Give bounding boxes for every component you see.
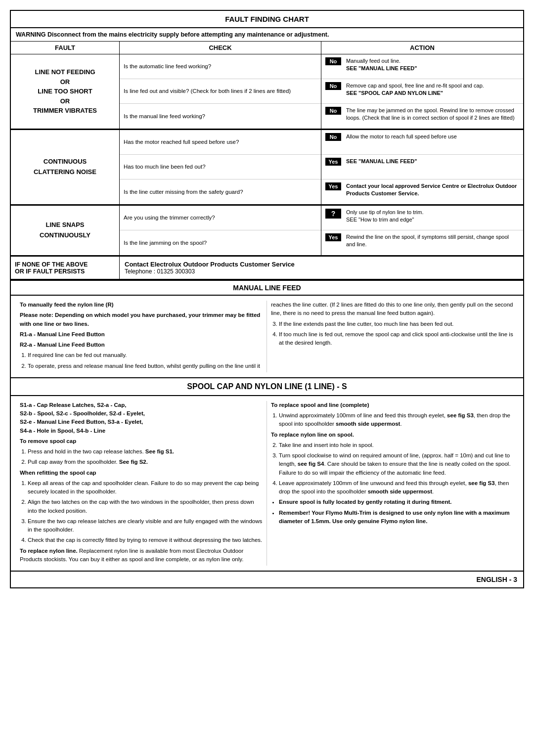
- main-container: FAULT FINDING CHART WARNING Disconnect f…: [10, 10, 524, 588]
- manual-steps-left: If required line can be fed out manually…: [28, 351, 263, 370]
- manual-feed-content: To manually feed the nylon line (R) Plea…: [11, 296, 523, 378]
- list-item: Pull cap away from the spoolholder. See …: [28, 458, 263, 466]
- fault-actions-3: ? Only use tip of nylon line to trim.SEE…: [321, 206, 523, 255]
- fault-checks-3: Are you using the trimmer correctly? Is …: [120, 206, 321, 255]
- manual-col-left: To manually feed the nylon line (R) Plea…: [16, 301, 267, 372]
- fault-label-3: LINE SNAPSCONTINUOUSLY: [11, 206, 120, 255]
- warning-text: WARNING Disconnect from the mains electr…: [11, 28, 523, 42]
- table-header: FAULT CHECK ACTION: [11, 42, 523, 54]
- fault-row-3: LINE SNAPSCONTINUOUSLY Are you using the…: [11, 205, 523, 256]
- list-item: Turn spool clockwise to wind on required…: [279, 451, 514, 477]
- bullet-list: Ensure spool is fully located by gently …: [279, 498, 514, 526]
- action-header: ACTION: [321, 42, 523, 54]
- check-item: Is the automatic line feed working?: [120, 54, 321, 79]
- check-item: Are you using the trimmer correctly?: [120, 206, 321, 230]
- check-item: Has too much line been fed out?: [120, 155, 321, 179]
- check-item: Is the line cutter missing from the safe…: [120, 179, 321, 204]
- list-item: Keep all areas of the cap and spoolholde…: [28, 479, 263, 496]
- check-item: Is the manual line feed working?: [120, 104, 321, 129]
- action-item: No Manually feed out line.SEE "MANUAL LI…: [321, 54, 523, 79]
- spool-content: S1-a - Cap Release Latches, S2-a - Cap, …: [11, 396, 523, 571]
- list-item: Check that the cap is correctly fitted b…: [28, 536, 263, 544]
- list-item: Remember! Your Flymo Multi-Trim is desig…: [279, 509, 514, 526]
- action-item: No Remove cap and spool, free line and r…: [321, 79, 523, 104]
- spool-title: SPOOL CAP AND NYLON LINE (1 LINE) - S: [11, 378, 523, 396]
- action-item: No Allow the motor to reach full speed b…: [321, 130, 523, 155]
- list-item: If the line extends past the line cutter…: [279, 320, 514, 328]
- manual-steps-right: If the line extends past the line cutter…: [279, 320, 514, 348]
- badge-no: No: [325, 107, 341, 115]
- action-item: Yes Contact your local approved Service …: [321, 179, 523, 204]
- badge-no: No: [325, 133, 341, 141]
- refit-steps: Keep all areas of the cap and spoolholde…: [28, 479, 263, 545]
- manual-col-right: reaches the line cutter. (If 2 lines are…: [267, 301, 518, 372]
- badge-no: No: [325, 82, 341, 90]
- check-item: Has the motor reached full speed before …: [120, 130, 321, 155]
- badge-yes: Yes: [325, 158, 341, 166]
- list-item: Ensure the two cap release latches are c…: [28, 517, 263, 534]
- fault-header: FAULT: [11, 42, 120, 54]
- action-item: ? Only use tip of nylon line to trim.SEE…: [321, 206, 523, 230]
- check-item: Is the line jamming on the spool?: [120, 230, 321, 255]
- badge-yes: Yes: [325, 233, 341, 241]
- if-none-label: IF NONE OF THE ABOVEOR IF FAULT PERSISTS: [11, 257, 120, 279]
- list-item: Take line and insert into hole in spool.: [279, 441, 514, 449]
- replace-nylon-steps: Take line and insert into hole in spool.…: [279, 441, 514, 496]
- fault-label-2: CONTINUOUSCLATTERING NOISE: [11, 130, 120, 204]
- list-item: If required line can be fed out manually…: [28, 351, 263, 359]
- badge-no: No: [325, 57, 341, 65]
- action-item: Yes Rewind the line on the spool, if sym…: [321, 230, 523, 255]
- fault-checks-1: Is the automatic line feed working? Is l…: [120, 54, 321, 129]
- list-item: Ensure spool is fully located by gently …: [279, 498, 514, 506]
- list-item: Align the two latches on the cap with th…: [28, 498, 263, 515]
- remove-steps: Press and hold in the two cap release la…: [28, 447, 263, 467]
- manual-feed-title: MANUAL LINE FEED: [11, 280, 523, 296]
- check-header: CHECK: [120, 42, 321, 54]
- chart-title: FAULT FINDING CHART: [11, 11, 523, 28]
- list-item: Unwind approximately 100mm of line and f…: [279, 411, 514, 429]
- list-item: If too much line is fed out, remove the …: [279, 330, 514, 348]
- badge-question: ?: [325, 209, 341, 219]
- fault-checks-2: Has the motor reached full speed before …: [120, 130, 321, 204]
- fault-actions-1: No Manually feed out line.SEE "MANUAL LI…: [321, 54, 523, 129]
- fault-label-1: LINE NOT FEEDINGORLINE TOO SHORTORTRIMME…: [11, 54, 120, 129]
- badge-yes: Yes: [325, 182, 341, 190]
- fault-row-1: LINE NOT FEEDINGORLINE TOO SHORTORTRIMME…: [11, 54, 523, 129]
- spool-col-left: S1-a - Cap Release Latches, S2-a - Cap, …: [16, 401, 267, 566]
- english-footer: ENGLISH - 3: [11, 571, 523, 587]
- list-item: Press and hold in the two cap release la…: [28, 447, 263, 456]
- action-item: No The line may be jammed on the spool. …: [321, 104, 523, 129]
- list-item: To operate, press and release manual lin…: [28, 362, 263, 370]
- spool-col-right: To replace spool and line (complete) Unw…: [267, 401, 518, 566]
- if-none-action: Contact Electrolux Outdoor Products Cust…: [120, 257, 523, 279]
- if-none-row: IF NONE OF THE ABOVEOR IF FAULT PERSISTS…: [11, 256, 523, 280]
- action-item: Yes SEE "MANUAL LINE FEED": [321, 155, 523, 179]
- list-item: Leave approximately 100mm of line unwoun…: [279, 479, 514, 496]
- check-item: Is line fed out and visible? (Check for …: [120, 79, 321, 104]
- replace-complete-steps: Unwind approximately 100mm of line and f…: [279, 411, 514, 429]
- fault-row-2: CONTINUOUSCLATTERING NOISE Has the motor…: [11, 129, 523, 205]
- fault-actions-2: No Allow the motor to reach full speed b…: [321, 130, 523, 204]
